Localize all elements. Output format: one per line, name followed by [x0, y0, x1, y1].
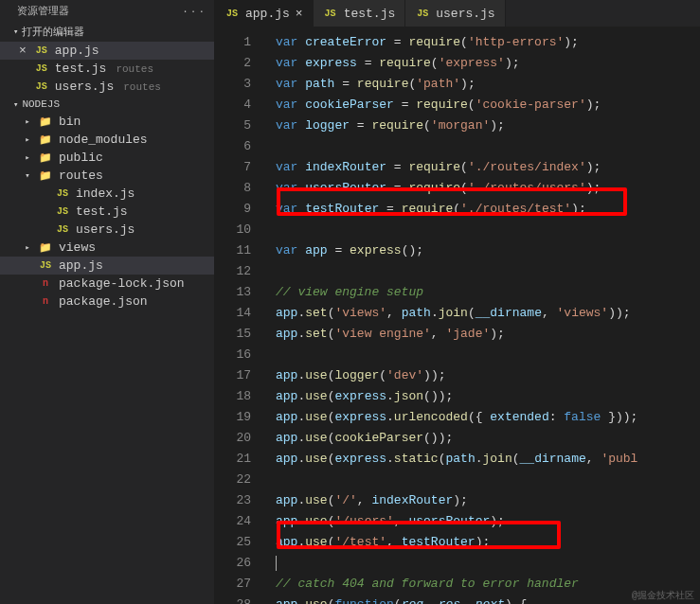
file-name: app.js	[55, 44, 99, 58]
code-line[interactable]: app.use(logger('dev'));	[276, 365, 700, 386]
code-line[interactable]: app.use(express.static(path.join(__dirna…	[276, 449, 700, 470]
folder-item[interactable]: ▸📁views	[0, 239, 214, 257]
code-line[interactable]: var express = require('express');	[276, 53, 700, 74]
editor-tab[interactable]: JStest.js	[314, 0, 406, 27]
file-item[interactable]: npackage.json	[0, 293, 214, 311]
code-content[interactable]: var createError = require('http-errors')…	[266, 27, 700, 604]
editor-tabs: JSapp.js×JStest.jsJSusers.js	[215, 0, 700, 27]
editor-tab[interactable]: JSusers.js	[405, 0, 505, 27]
file-item[interactable]: npackage-lock.json	[0, 275, 214, 293]
chevron-icon: ▸	[23, 242, 32, 253]
editor-area: JSapp.js×JStest.jsJSusers.js 12345678910…	[215, 0, 700, 604]
explorer-title: 资源管理器	[17, 4, 69, 18]
code-line[interactable]: var path = require('path');	[276, 74, 700, 95]
tree-item-label: public	[59, 151, 103, 165]
code-line[interactable]: app.set('views', path.join(__dirname, 'v…	[276, 303, 700, 324]
icon-folder-routes-icon: 📁	[38, 169, 53, 182]
icon-npm-icon: n	[38, 278, 53, 289]
icon-folder-icon: 📁	[38, 115, 53, 128]
file-item[interactable]: JStest.js	[0, 203, 214, 221]
folder-item[interactable]: ▾📁routes	[0, 167, 214, 185]
code-line[interactable]: var app = express();	[276, 240, 700, 261]
code-line[interactable]: app.use('/', indexRouter);	[276, 490, 700, 511]
explorer-header: 资源管理器 ···	[0, 0, 214, 22]
close-icon[interactable]: ×	[19, 44, 27, 58]
tree-item-label: package-lock.json	[59, 276, 185, 291]
tree-item-label: package.json	[59, 294, 148, 309]
tab-label: app.js	[245, 7, 290, 21]
icon-js-icon: JS	[55, 206, 70, 217]
icon-folder-node-icon: 📁	[38, 133, 53, 146]
tree-item-label: app.js	[59, 258, 103, 273]
code-line[interactable]: var logger = require('morgan');	[276, 115, 700, 136]
chevron-icon: ▸	[23, 116, 32, 127]
file-name: test.js	[55, 62, 107, 76]
chevron-icon: ▾	[23, 170, 32, 181]
open-editor-item[interactable]: ×JStest.jsroutes	[0, 60, 214, 78]
code-line[interactable]: var usersRouter = require('./routes/user…	[276, 178, 700, 199]
js-file-icon: JS	[323, 9, 338, 19]
file-path-dim: routes	[116, 63, 153, 75]
tree-item-label: routes	[59, 169, 103, 183]
js-file-icon: JS	[34, 81, 49, 92]
code-line[interactable]	[276, 553, 700, 574]
tree-item-label: bin	[59, 115, 81, 129]
editor-tab[interactable]: JSapp.js×	[215, 0, 314, 27]
code-line[interactable]: app.set('view engine', 'jade');	[276, 324, 700, 345]
code-line[interactable]: app.use(express.json());	[276, 386, 700, 407]
js-file-icon: JS	[415, 9, 430, 19]
code-line[interactable]: var testRouter = require('./routes/test'…	[276, 199, 700, 220]
js-file-icon: JS	[34, 63, 49, 74]
close-icon[interactable]: ×	[296, 7, 303, 21]
explorer-sidebar: 资源管理器 ··· 打开的编辑器 ×JSapp.js×JStest.jsrout…	[0, 0, 215, 604]
line-gutter: 1234567891011121314151617181920212223242…	[215, 27, 266, 604]
icon-npm-icon: n	[38, 296, 53, 307]
js-file-icon: JS	[224, 9, 240, 19]
file-item[interactable]: JSapp.js	[0, 257, 214, 275]
more-icon[interactable]: ···	[182, 6, 206, 17]
open-editor-item[interactable]: ×JSapp.js	[0, 42, 214, 60]
code-line[interactable]	[276, 136, 700, 157]
code-area[interactable]: 1234567891011121314151617181920212223242…	[215, 27, 700, 604]
icon-folder-public-icon: 📁	[38, 151, 53, 164]
icon-js-icon: JS	[55, 188, 70, 199]
file-item[interactable]: JSindex.js	[0, 185, 214, 203]
text-cursor	[276, 556, 277, 571]
tree-item-label: views	[59, 240, 96, 255]
tab-label: test.js	[344, 7, 396, 21]
code-line[interactable]: var cookieParser = require('cookie-parse…	[276, 95, 700, 115]
js-file-icon: JS	[34, 45, 49, 56]
chevron-icon: ▸	[23, 152, 32, 163]
folder-item[interactable]: ▸📁public	[0, 149, 214, 167]
code-line[interactable]: // view engine setup	[276, 282, 700, 303]
code-line[interactable]	[276, 220, 700, 240]
folder-item[interactable]: ▸📁bin	[0, 113, 214, 131]
code-line[interactable]	[276, 470, 700, 490]
file-path-dim: routes	[123, 81, 161, 93]
tree-item-label: users.js	[76, 222, 135, 237]
code-line[interactable]: app.use(cookieParser());	[276, 428, 700, 449]
code-line[interactable]: app.use('/users', usersRouter);	[276, 511, 700, 532]
chevron-icon: ▸	[23, 134, 32, 145]
open-editor-item[interactable]: ×JSusers.jsroutes	[0, 78, 214, 96]
code-line[interactable]: var createError = require('http-errors')…	[276, 32, 700, 53]
icon-folder-views-icon: 📁	[38, 241, 53, 254]
open-editors-label[interactable]: 打开的编辑器	[0, 22, 214, 42]
tree-item-label: node_modules	[59, 133, 148, 147]
tree-item-label: index.js	[76, 187, 135, 201]
project-label[interactable]: NODEJS	[0, 96, 214, 113]
code-line[interactable]	[276, 345, 700, 365]
code-line[interactable]: app.use(express.urlencoded({ extended: f…	[276, 407, 700, 428]
file-name: users.js	[55, 80, 114, 94]
icon-js-icon: JS	[38, 260, 53, 271]
tab-label: users.js	[436, 7, 494, 21]
tree-item-label: test.js	[76, 204, 128, 219]
code-line[interactable]: var indexRouter = require('./routes/inde…	[276, 157, 700, 178]
file-item[interactable]: JSusers.js	[0, 221, 214, 239]
code-line[interactable]	[276, 261, 700, 282]
watermark: @掘金技术社区	[632, 589, 694, 602]
folder-item[interactable]: ▸📁node_modules	[0, 131, 214, 149]
code-line[interactable]: app.use('/test', testRouter);	[276, 532, 700, 553]
icon-js-icon: JS	[55, 224, 70, 235]
